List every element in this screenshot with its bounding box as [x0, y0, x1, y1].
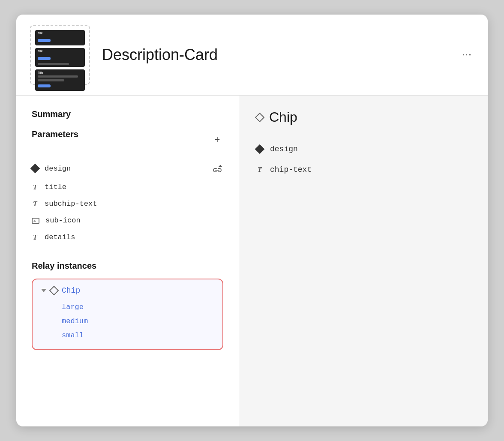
- more-options-button[interactable]: ⋮: [459, 47, 474, 63]
- relay-chip-header: Chip: [41, 286, 214, 295]
- left-panel: Summary Parameters + design: [16, 96, 239, 426]
- param-label-design: design: [45, 165, 71, 173]
- relay-sub-large[interactable]: large: [62, 300, 214, 314]
- diamond-filled-icon: [30, 164, 40, 174]
- page-title: Description-Card: [102, 46, 447, 64]
- header: Title Title Title Description-Card ⋮: [16, 15, 488, 96]
- param-label-sub-icon: sub-icon: [45, 216, 81, 225]
- right-chip-header: Chip: [256, 109, 471, 125]
- param-title: T title: [32, 179, 223, 195]
- relay-chip-name[interactable]: Chip: [62, 286, 80, 295]
- right-panel: Chip design T chip-text: [239, 96, 488, 426]
- chevron-down-icon[interactable]: [41, 289, 46, 292]
- text-t-icon-2: T: [32, 200, 39, 208]
- text-t-icon: T: [32, 183, 39, 191]
- right-chip-title: Chip: [269, 109, 297, 125]
- main-card: Title Title Title Description-Card ⋮ Sum…: [16, 15, 488, 426]
- right-param-list: design T chip-text: [256, 139, 471, 180]
- thumb-row-3: Title: [35, 69, 85, 91]
- relay-sub-items: large medium small: [41, 300, 214, 342]
- relay-sub-small[interactable]: small: [62, 328, 214, 342]
- param-label-subchip-text: subchip-text: [45, 200, 97, 208]
- right-param-label-design: design: [270, 145, 298, 153]
- thumb-row-1: Title: [35, 30, 85, 45]
- param-sub-icon: sub-icon: [32, 212, 223, 229]
- parameters-header: Parameters +: [32, 129, 223, 150]
- parameters-list: design T title: [32, 158, 223, 246]
- param-label-details: details: [45, 233, 75, 241]
- image-icon: [32, 218, 39, 224]
- right-diamond-filled-icon: [255, 144, 265, 154]
- relay-card: Chip large medium small: [32, 279, 223, 350]
- param-label-title: title: [45, 183, 66, 191]
- right-param-chip-text: T chip-text: [256, 159, 471, 180]
- parameters-label: Parameters: [32, 129, 78, 139]
- param-design: design: [32, 158, 223, 179]
- right-text-t-icon: T: [256, 166, 263, 174]
- text-t-icon-3: T: [32, 234, 39, 241]
- right-diamond-outline-icon: [255, 112, 265, 122]
- right-param-label-chip-text: chip-text: [270, 165, 312, 174]
- right-param-design: design: [256, 139, 471, 159]
- main-content: Summary Parameters + design: [16, 96, 488, 426]
- relay-sub-medium[interactable]: medium: [62, 314, 214, 328]
- param-subchip-text: T subchip-text: [32, 195, 223, 212]
- add-parameter-button[interactable]: +: [211, 134, 223, 146]
- thumb-row-2: Title: [35, 48, 85, 67]
- diamond-outline-icon: [49, 286, 59, 296]
- summary-label: Summary: [32, 109, 223, 119]
- relay-instances-label: Relay instances: [32, 261, 223, 271]
- param-details: T details: [32, 229, 223, 246]
- thumbnail-preview: Title Title Title: [30, 25, 90, 85]
- link-button-design[interactable]: [211, 162, 223, 174]
